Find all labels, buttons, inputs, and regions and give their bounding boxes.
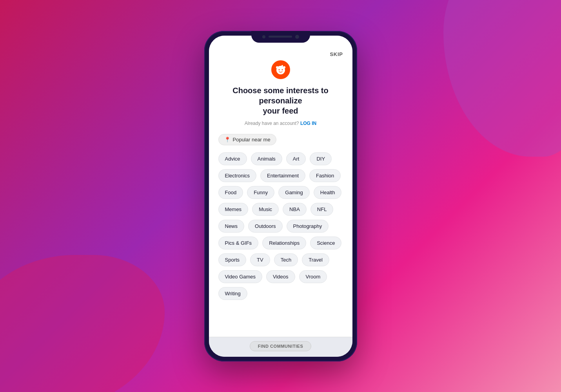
interest-tag-sports[interactable]: Sports <box>218 253 247 266</box>
notch-dot <box>262 35 265 38</box>
page-title: Choose some interests to personalize you… <box>218 85 343 116</box>
location-icon: 📍 <box>224 137 231 143</box>
bg-blob-1 <box>0 255 165 392</box>
popular-near-me-chip[interactable]: 📍 Popular near me <box>218 134 343 152</box>
interest-tag-animals[interactable]: Animals <box>251 152 282 165</box>
interest-tag-vroom[interactable]: Vroom <box>299 270 327 283</box>
interest-tag-science[interactable]: Science <box>310 237 341 249</box>
interest-tag-memes[interactable]: Memes <box>218 203 249 216</box>
svg-point-2 <box>283 66 285 69</box>
bg-blob-2 <box>443 0 561 157</box>
interest-tag-electronics[interactable]: Electronics <box>218 169 257 182</box>
skip-button[interactable]: SKIP <box>330 51 343 57</box>
svg-point-3 <box>278 69 280 70</box>
interest-tag-music[interactable]: Music <box>252 203 279 216</box>
interest-tag-nfl[interactable]: NFL <box>310 203 334 216</box>
interest-tag-relationships[interactable]: Relationships <box>262 237 306 249</box>
interest-tag-tech[interactable]: Tech <box>274 253 298 266</box>
phone-screen: SKIP <box>209 36 352 357</box>
interest-tag-art[interactable]: Art <box>286 152 306 165</box>
interest-tag-outdoors[interactable]: Outdoors <box>248 220 282 233</box>
interest-tag-photography[interactable]: Photography <box>287 220 329 233</box>
notch-camera <box>295 35 299 39</box>
reddit-svg <box>275 64 287 76</box>
account-text: Already have an account? LOG IN <box>218 121 343 126</box>
interest-tag-food[interactable]: Food <box>218 186 243 199</box>
interest-tag-entertainment[interactable]: Entertainment <box>260 169 305 182</box>
bottom-bar: FIND COMMUNITIES <box>209 337 352 357</box>
login-link[interactable]: LOG IN <box>300 121 316 126</box>
svg-point-1 <box>276 66 278 69</box>
phone-frame: SKIP <box>204 31 357 361</box>
interest-tag-writing[interactable]: Writing <box>218 287 247 300</box>
find-communities-button[interactable]: FIND COMMUNITIES <box>250 341 312 351</box>
screen-content: SKIP <box>209 36 352 337</box>
interest-tag-fashion[interactable]: Fashion <box>309 169 341 182</box>
interest-tag-gaming[interactable]: Gaming <box>278 186 310 199</box>
interest-tag-tv[interactable]: TV <box>250 253 270 266</box>
notch-bar <box>269 36 292 38</box>
interest-tag-nba[interactable]: NBA <box>283 203 307 216</box>
interest-tag-travel[interactable]: Travel <box>302 253 329 266</box>
interest-tag-videos[interactable]: Videos <box>266 270 295 283</box>
interest-tag-news[interactable]: News <box>218 220 245 233</box>
tags-container: AdviceAnimalsArtDIYElectronicsEntertainm… <box>218 152 343 300</box>
interest-tag-diy[interactable]: DIY <box>310 152 332 165</box>
interest-tag-health[interactable]: Health <box>314 186 342 199</box>
interest-tag-pics--gifs[interactable]: Pics & GIFs <box>218 237 259 249</box>
screen-header: SKIP <box>218 51 343 57</box>
reddit-logo-container <box>218 60 343 79</box>
reddit-icon <box>271 60 290 79</box>
location-label: Popular near me <box>233 137 271 143</box>
phone-notch <box>251 31 310 43</box>
svg-point-4 <box>281 69 283 70</box>
interest-tag-funny[interactable]: Funny <box>247 186 274 199</box>
interest-tag-advice[interactable]: Advice <box>218 152 247 165</box>
interest-tag-video-games[interactable]: Video Games <box>218 270 263 283</box>
